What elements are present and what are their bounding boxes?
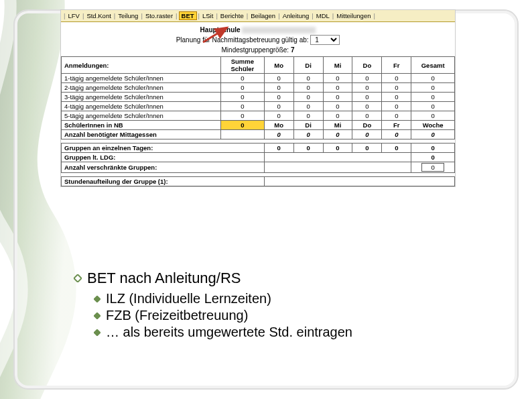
svg-rect-3 xyxy=(94,296,101,302)
row-groups-ldg: Gruppen lt. LDG: 0 xyxy=(62,153,455,162)
menu-bet[interactable]: BET xyxy=(179,11,197,20)
menu-lfv[interactable]: LFV xyxy=(66,12,80,19)
planning-select[interactable]: 1 xyxy=(310,35,340,45)
menu-lsit[interactable]: LSit xyxy=(201,12,214,19)
th-di: Di xyxy=(293,57,323,74)
menu-teilung[interactable]: Teilung xyxy=(117,12,139,19)
registrations-table: Anmeldungen: Summe Schüler Mo Di Mi Do F… xyxy=(61,56,455,186)
min-group-value: 7 xyxy=(291,46,295,54)
interleaved-groups-input[interactable] xyxy=(421,163,444,172)
bullet-list: BET nach Anleitung/RS ILZ (Individuelle … xyxy=(74,270,352,341)
min-group-label: Mindestgruppengröße: xyxy=(222,46,289,54)
row-nb: SchülerInnen in NB 0 Mo Di Mi Do Fr Woch… xyxy=(62,121,455,130)
svg-rect-5 xyxy=(94,329,101,336)
table-row: 4-tägig angemeldete Schüler/Innen 0 0 0 … xyxy=(62,102,455,111)
row-meals: Anzahl benötigter Mittagessen 0 0 0 0 0 … xyxy=(62,130,455,139)
bullet-icon xyxy=(94,324,101,331)
th-mo: Mo xyxy=(264,57,293,74)
menu-berichte[interactable]: Berichte xyxy=(219,12,245,19)
bullet-lvl2-text: ILZ (Individuelle Lernzeiten) xyxy=(106,291,271,306)
blurred-text xyxy=(242,27,316,34)
menu-bar: | LFV| Std.Kont| Teilung| Sto.raster| BE… xyxy=(61,10,455,22)
planning-label: Planung für Nachmittagsbetreuung gültig … xyxy=(176,36,309,44)
th-fr: Fr xyxy=(382,57,411,74)
menu-mitteilungen[interactable]: Mitteilungen xyxy=(335,12,372,19)
th-anmeldungen: Anmeldungen: xyxy=(62,57,221,74)
row-footer: Stundenaufteilung der Gruppe (1): xyxy=(62,177,455,186)
screenshot-panel: | LFV| Std.Kont| Teilung| Sto.raster| BE… xyxy=(60,9,456,187)
menu-anleitung[interactable]: Anleitung xyxy=(281,12,311,19)
row-groups-days: Gruppen an einzelnen Tagen: 0 0 0 0 0 0 xyxy=(62,144,455,153)
menu-beilagen[interactable]: Beilagen xyxy=(249,12,277,19)
th-do: Do xyxy=(352,57,382,74)
menu-storaster[interactable]: Sto.raster xyxy=(144,12,174,19)
table-row: 2-tägig angemeldete Schüler/Innen 0 0 0 … xyxy=(62,83,455,93)
row-groups-inter: Anzahl verschränkte Gruppen: xyxy=(62,162,455,173)
menu-stdkont[interactable]: Std.Kont xyxy=(85,12,112,19)
menu-mdl[interactable]: MDL xyxy=(315,12,331,19)
bullet-icon xyxy=(94,307,101,314)
bullet-lvl2-text: … als bereits umgewertete Std. eintragen xyxy=(106,325,352,339)
table-row: 1-tägig angemeldete Schüler/Innen 0 0 0 … xyxy=(62,74,455,83)
bullet-icon xyxy=(74,269,82,277)
school-title: Hauptschule xyxy=(200,26,241,34)
th-summe: Summe Schüler xyxy=(221,57,265,74)
th-mi: Mi xyxy=(323,57,352,74)
table-row: 3-tägig angemeldete Schüler/Innen 0 0 0 … xyxy=(62,93,455,102)
bullet-icon xyxy=(94,290,101,297)
th-gesamt: Gesamt xyxy=(411,57,455,74)
svg-rect-4 xyxy=(94,312,101,319)
bullet-lvl1-text: BET nach Anleitung/RS xyxy=(87,270,241,286)
table-row: 5-tägig angemeldete Schüler/Innen 0 0 0 … xyxy=(62,111,455,121)
bullet-lvl2-text: FZB (Freizeitbetreuung) xyxy=(106,308,248,323)
